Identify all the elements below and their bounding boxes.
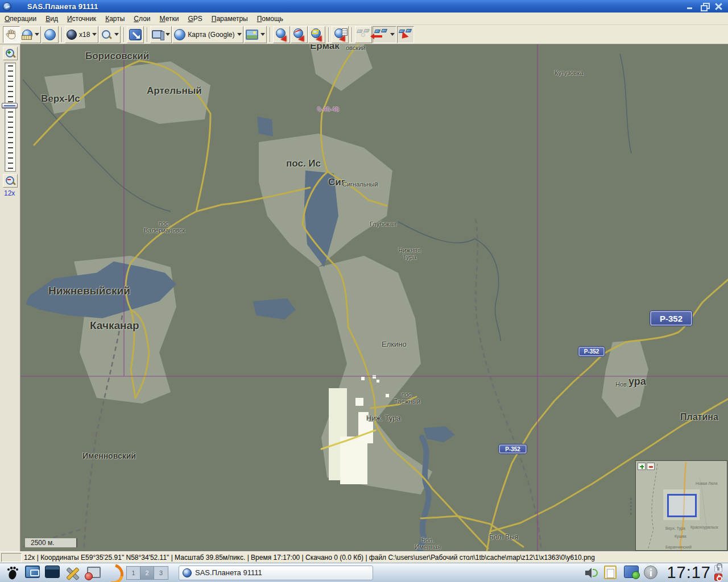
menu-gps[interactable]: GPS bbox=[183, 13, 206, 24]
menu-operations[interactable]: Операции bbox=[0, 13, 41, 24]
info-icon[interactable] bbox=[644, 566, 659, 580]
workspace-2[interactable]: 2 bbox=[140, 567, 154, 579]
download-polygon-button[interactable] bbox=[308, 26, 325, 43]
minimap[interactable]: Новая ЛяляВерх. ТураКрасноуральскКушваБа… bbox=[635, 460, 727, 551]
map-view[interactable]: ЕрмаковскийБорисовскийВерх-ИсАртельныйКу… bbox=[20, 44, 728, 551]
download-globe-icon bbox=[275, 28, 288, 41]
gps-track-back-button[interactable] bbox=[373, 26, 396, 43]
zoom-in-button[interactable] bbox=[3, 47, 18, 60]
minimap-label: Красноуральск bbox=[690, 525, 718, 529]
zoom-slider-thumb[interactable] bbox=[2, 103, 18, 109]
minimap-label: Кушва bbox=[675, 534, 686, 538]
dropdown-arrow[interactable] bbox=[114, 33, 119, 36]
workspace-3[interactable]: 3 bbox=[154, 567, 168, 579]
firefox-icon[interactable] bbox=[105, 566, 119, 580]
display-settings-icon[interactable] bbox=[25, 566, 40, 580]
toolbar: x18 Карта (Google) bbox=[0, 25, 728, 44]
dropdown-arrow[interactable] bbox=[35, 33, 39, 36]
dropdown-arrow[interactable] bbox=[237, 33, 242, 36]
terminal-icon[interactable] bbox=[45, 566, 60, 580]
full-extent-button[interactable] bbox=[42, 26, 59, 43]
menu-marks[interactable]: Метки bbox=[155, 13, 184, 24]
status-cell bbox=[1, 553, 22, 562]
scale-bar: 2500 м. bbox=[25, 538, 77, 547]
globe-icon bbox=[44, 29, 56, 40]
desktop: SAS.Планета 91111 Операции Вид Источник … bbox=[0, 0, 728, 582]
zoom-level-button[interactable]: x18 bbox=[65, 26, 98, 43]
download-list-icon bbox=[334, 28, 346, 41]
volume-icon[interactable] bbox=[585, 567, 599, 579]
toolbar-separator bbox=[328, 27, 329, 42]
taskbar-clock[interactable]: 17:17 bbox=[667, 563, 711, 582]
toolbar-separator bbox=[123, 27, 125, 42]
workspace-switcher: 1 2 3 bbox=[126, 566, 168, 580]
dropdown-arrow[interactable] bbox=[166, 33, 170, 36]
zoom-caption: 12x bbox=[4, 189, 15, 197]
gnome-menu-icon[interactable] bbox=[5, 566, 20, 580]
dropdown-arrow[interactable] bbox=[260, 33, 265, 36]
taskbar-window-button[interactable]: SAS.Планета 91111 bbox=[179, 566, 373, 580]
menu-maps[interactable]: Карты bbox=[101, 13, 129, 24]
task-button-label: SAS.Планета 91111 bbox=[195, 568, 262, 577]
download-selection-button[interactable] bbox=[273, 26, 290, 43]
menu-layers[interactable]: Слои bbox=[129, 13, 155, 24]
scale-bar-tick bbox=[76, 538, 77, 547]
window-titlebar[interactable]: SAS.Планета 91111 bbox=[0, 0, 728, 13]
download-path-button[interactable] bbox=[291, 26, 308, 43]
statusbar: 12x | Координаты E59°35'25.91" N58°34'52… bbox=[0, 551, 728, 563]
gps-record-button[interactable] bbox=[397, 26, 414, 43]
download-path-icon bbox=[293, 28, 305, 41]
status-text: 12x | Координаты E59°35'25.91" N58°34'52… bbox=[24, 554, 595, 562]
slider-ticks bbox=[8, 65, 13, 169]
shield-layer: Р-352Р-352Р-352 bbox=[20, 44, 728, 551]
tools-icon[interactable] bbox=[65, 566, 80, 580]
workspace-1[interactable]: 1 bbox=[127, 567, 140, 579]
measure-icon bbox=[22, 30, 32, 40]
scale-bar-label: 2500 м. bbox=[31, 539, 55, 547]
dropdown-arrow[interactable] bbox=[390, 33, 395, 36]
satellite-back-icon bbox=[374, 29, 388, 40]
gps-connect-button[interactable] bbox=[355, 26, 372, 43]
minimize-button[interactable] bbox=[685, 2, 695, 11]
close-button[interactable] bbox=[714, 2, 723, 11]
zoom-in-icon bbox=[5, 48, 16, 59]
restore-button[interactable] bbox=[700, 2, 709, 11]
search-button[interactable] bbox=[99, 26, 121, 43]
download-list-button[interactable] bbox=[332, 26, 349, 43]
task-app-icon bbox=[183, 568, 192, 577]
toolbar-separator bbox=[351, 27, 353, 42]
dropdown-arrow[interactable] bbox=[92, 33, 97, 36]
road-shield: Р-352 bbox=[499, 444, 527, 454]
map-type-button[interactable]: Карта (Google) bbox=[172, 26, 243, 43]
minimap-label: Новая Ляля bbox=[696, 481, 717, 485]
pan-button[interactable] bbox=[3, 26, 20, 43]
screenshot-tool-icon[interactable] bbox=[85, 566, 100, 580]
measure-button[interactable] bbox=[20, 26, 41, 43]
zoom-out-icon bbox=[5, 175, 16, 186]
toolbar-separator bbox=[147, 27, 148, 42]
download-polygon-icon bbox=[311, 28, 323, 41]
satellite-disabled-icon bbox=[357, 29, 370, 40]
minimap-drag-handle[interactable] bbox=[630, 498, 632, 515]
menu-source[interactable]: Источник bbox=[63, 13, 101, 24]
shutdown-icon[interactable] bbox=[714, 573, 722, 581]
lock-screen-icon[interactable] bbox=[714, 565, 722, 572]
fullscreen-button[interactable] bbox=[127, 26, 144, 43]
menu-help[interactable]: Помощь bbox=[253, 13, 288, 24]
menu-settings[interactable]: Параметры bbox=[207, 13, 253, 24]
source-button[interactable] bbox=[150, 26, 172, 43]
map-type-label: Карта (Google) bbox=[188, 31, 234, 39]
toolbar-separator bbox=[270, 27, 271, 42]
zoom-out-button[interactable] bbox=[3, 174, 18, 188]
layers-button[interactable] bbox=[244, 26, 267, 43]
taskbar: 1 2 3 SAS.Планета 91111 17:17 bbox=[0, 563, 728, 582]
app-icon bbox=[3, 2, 11, 11]
road-shield: Р-352 bbox=[650, 311, 692, 326]
menu-view[interactable]: Вид bbox=[41, 13, 63, 24]
clipboard-icon[interactable] bbox=[604, 566, 619, 580]
road-shield: Р-352 bbox=[578, 347, 605, 356]
minimap-label: Верх. Тура bbox=[665, 526, 685, 530]
zoom-panel: 12x bbox=[0, 44, 20, 551]
zoom-slider[interactable] bbox=[5, 63, 16, 172]
updates-ok-icon[interactable] bbox=[624, 566, 639, 580]
